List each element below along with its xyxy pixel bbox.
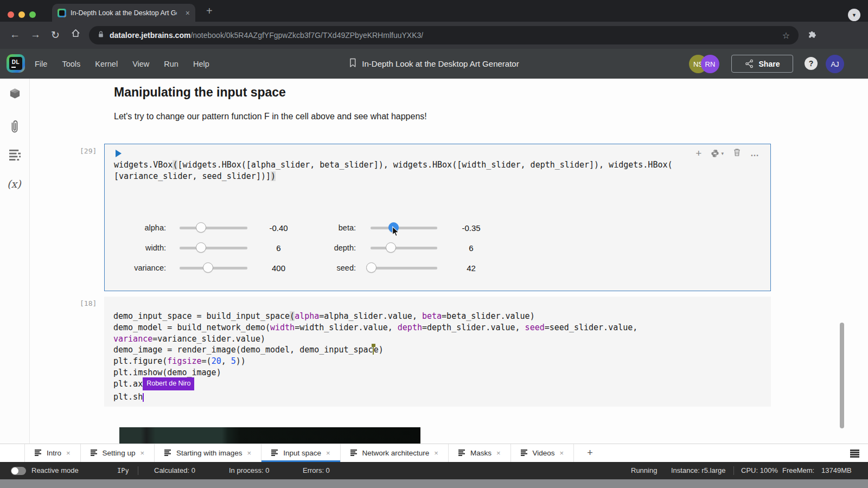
reactive-mode-label: Reactive mode: [31, 462, 79, 479]
collaborator-avatars: NSRN: [689, 55, 719, 73]
code-editor[interactable]: demo_input_space = build_input_space(alp…: [113, 311, 637, 402]
sheet-tab-setting-up[interactable]: Setting up×: [81, 444, 155, 462]
code-cell-29[interactable]: + ▾ … widgets.VBox([widgets.HBox([alpha_…: [104, 144, 771, 291]
slider-handle[interactable]: [386, 242, 396, 253]
reactive-mode-toggle[interactable]: [11, 467, 26, 475]
browser-tab[interactable]: In-Depth Look at the Desktop Art Generat…: [52, 4, 195, 22]
more-options-icon[interactable]: …: [750, 149, 760, 158]
chevron-down-icon: ▾: [721, 151, 724, 156]
url-bar[interactable]: datalore.jetbrains.com/notebook/0k5R4AZg…: [89, 26, 799, 44]
collaborator-avatar-RN[interactable]: RN: [701, 55, 719, 73]
code-line: plt.axRobert de Niro: [113, 378, 637, 391]
bookmark-icon[interactable]: [349, 58, 356, 69]
sheet-tab-close-icon[interactable]: ×: [140, 449, 144, 457]
url-path: /notebook/0k5R4AZgfYFgpwZkcb3f7G/TXd49ZP…: [190, 31, 423, 40]
in-process-count: In process: 0: [229, 462, 269, 479]
depth-slider[interactable]: [371, 241, 437, 254]
share-button[interactable]: Share: [731, 55, 793, 73]
sheet-tab-close-icon[interactable]: ×: [496, 449, 501, 457]
menu-view[interactable]: View: [132, 60, 149, 68]
delete-cell-icon[interactable]: [733, 148, 741, 159]
variables-viewer-icon[interactable]: (x): [7, 178, 21, 190]
new-tab-button[interactable]: +: [206, 5, 213, 17]
notebook-title: In-Depth Look at the Desktop Art Generat…: [349, 49, 519, 79]
home-icon[interactable]: [71, 28, 81, 41]
calculated-count: Calculated: 0: [154, 462, 195, 479]
cell-language-selector[interactable]: ▾: [711, 149, 724, 158]
beta-slider[interactable]: [371, 221, 437, 234]
sheet-tab-starting-with-images[interactable]: Starting with images×: [155, 444, 261, 462]
code-line: widgets.VBox([widgets.HBox([alpha_slider…: [114, 159, 673, 171]
forward-icon[interactable]: →: [30, 29, 41, 41]
sheet-tab-label: Network architecture: [362, 449, 430, 457]
slider-handle[interactable]: [196, 242, 206, 253]
sheet-tab-videos[interactable]: Videos×: [511, 444, 575, 462]
add-cell-icon[interactable]: +: [695, 147, 701, 159]
back-icon[interactable]: ←: [10, 29, 20, 41]
share-label: Share: [759, 60, 780, 68]
menu-tools[interactable]: Tools: [62, 60, 80, 68]
slider-handle[interactable]: [196, 222, 206, 233]
traffic-light-zoom[interactable]: [29, 11, 36, 18]
slider-track[interactable]: [180, 267, 247, 269]
account-avatar[interactable]: AJ: [826, 55, 844, 73]
divider: [733, 466, 734, 475]
sheet-tab-close-icon[interactable]: ×: [247, 449, 252, 457]
sheet-overflow-menu-icon[interactable]: [850, 450, 859, 451]
slider-handle[interactable]: [366, 262, 376, 273]
code-cell-18[interactable]: demo_input_space = build_input_space(alp…: [104, 297, 771, 407]
datalore-favicon: [58, 9, 66, 17]
sheet-icon: [458, 448, 465, 458]
seed-slider[interactable]: [371, 261, 437, 274]
slider-handle[interactable]: [203, 262, 213, 273]
sheet-tab-close-icon[interactable]: ×: [434, 449, 438, 457]
kernel-label[interactable]: IPy: [117, 462, 129, 479]
code-editor[interactable]: widgets.VBox([widgets.HBox([alpha_slider…: [114, 159, 673, 182]
sheet-tab-input-space[interactable]: Input space×: [261, 444, 340, 462]
chrome-media-button[interactable]: ▼: [848, 9, 860, 21]
browser-tab-title: In-Depth Look at the Desktop Art Generat…: [71, 9, 177, 17]
datalore-logo[interactable]: DL: [7, 54, 25, 73]
cell-execution-count: [18]: [80, 299, 97, 307]
slider-track[interactable]: [180, 227, 247, 229]
slider-track[interactable]: [371, 247, 437, 249]
attachments-paperclip-icon[interactable]: [9, 119, 21, 137]
sheet-icon: [35, 448, 42, 458]
sheet-tab-masks[interactable]: Masks×: [449, 444, 511, 462]
traffic-light-minimize[interactable]: [18, 11, 25, 18]
menu-run[interactable]: Run: [164, 60, 178, 68]
sheet-icon: [164, 448, 171, 458]
packages-icon[interactable]: [9, 87, 21, 102]
bookmark-star-icon[interactable]: ☆: [782, 30, 790, 41]
slider-track[interactable]: [371, 267, 437, 269]
vertical-scrollbar-thumb[interactable]: [840, 323, 844, 428]
datalore-header: DL FileToolsKernelViewRunHelp In-Depth L…: [0, 49, 868, 79]
variance-slider[interactable]: [180, 261, 247, 274]
sheet-tab-network-architecture[interactable]: Network architecture×: [341, 444, 449, 462]
desktop-edge: [0, 479, 868, 488]
sheet-tab-intro[interactable]: Intro×: [24, 444, 81, 462]
help-button[interactable]: ?: [805, 57, 818, 70]
reload-icon[interactable]: ↻: [51, 29, 60, 41]
slider-track[interactable]: [371, 227, 437, 229]
code-line: demo_image = render_image(demo_model, de…: [113, 344, 637, 356]
menu-file[interactable]: File: [35, 60, 47, 68]
extensions-puzzle-icon[interactable]: [807, 29, 817, 42]
cell-execution-count: [29]: [80, 147, 97, 155]
sheet-tab-close-icon[interactable]: ×: [66, 449, 71, 457]
width-slider[interactable]: [180, 241, 247, 254]
run-cell-icon[interactable]: [116, 150, 122, 157]
collaborator-caret: [143, 393, 144, 402]
slider-track[interactable]: [180, 247, 247, 249]
tab-close-icon[interactable]: ×: [186, 9, 190, 17]
add-sheet-button[interactable]: +: [574, 444, 606, 462]
sheet-tab-close-icon[interactable]: ×: [560, 449, 564, 457]
cpu-usage: CPU: 100%: [741, 462, 778, 479]
slider-widgets-output: alpha:-0.40beta:-0.35width:6depth:6varia…: [114, 221, 505, 281]
sheet-tab-close-icon[interactable]: ×: [326, 449, 330, 457]
alpha-slider[interactable]: [180, 221, 247, 234]
table-of-contents-icon[interactable]: [9, 149, 22, 163]
menu-help[interactable]: Help: [193, 60, 209, 68]
traffic-light-close[interactable]: [8, 11, 14, 18]
menu-kernel[interactable]: Kernel: [95, 60, 118, 68]
